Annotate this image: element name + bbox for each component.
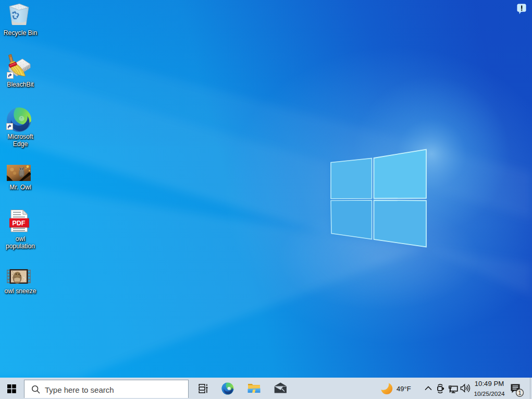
svg-text:PDF: PDF bbox=[13, 220, 26, 227]
svg-text:1: 1 bbox=[518, 390, 521, 396]
